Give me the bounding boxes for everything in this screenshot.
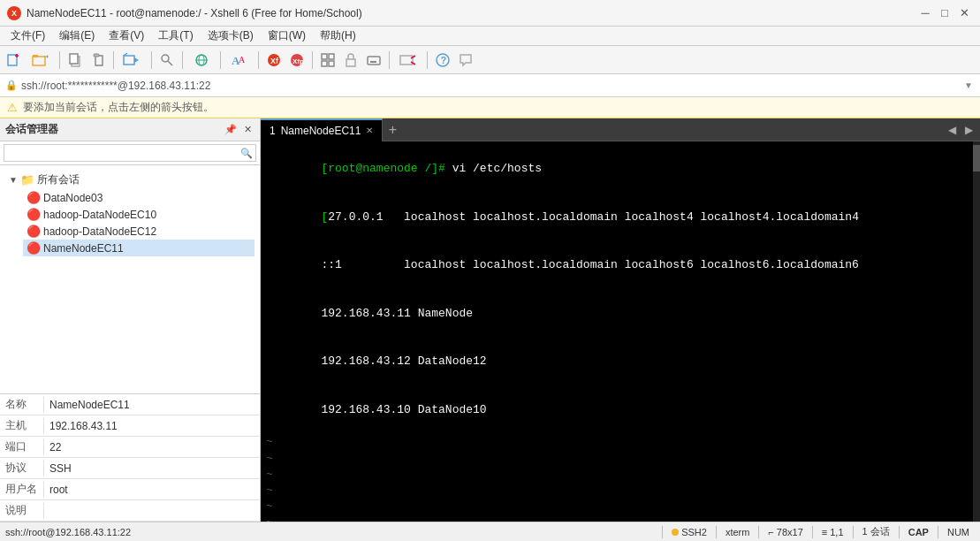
- tree-item-hadoopdn12[interactable]: 🔴 hadoop-DataNodeEC12: [23, 223, 254, 240]
- search-bar: 🔍: [0, 141, 260, 165]
- toolbar-sep-8: [389, 51, 390, 69]
- restore-button[interactable]: □: [936, 4, 953, 22]
- menu-window[interactable]: 窗口(W): [261, 27, 313, 45]
- address-dropdown[interactable]: ▼: [962, 79, 975, 92]
- term-line-5: 192.168.43.10 DataNode10: [266, 386, 975, 435]
- status-sep-7: [938, 526, 938, 538]
- tab-nav-prev[interactable]: ◀: [945, 122, 960, 138]
- window-title: NameNodeEC11 - root@namenode:/ - Xshell …: [27, 7, 362, 19]
- status-sep-2: [716, 526, 717, 538]
- tab-namenodeec11[interactable]: 1 NameNodeEC11 ✕: [261, 118, 383, 141]
- term-tilde-3: ~: [266, 467, 975, 483]
- term-line-1: [27.0.0.1 localhost localhost.localdomai…: [266, 194, 975, 242]
- network-button[interactable]: [187, 50, 216, 71]
- sidebar-pin-icon[interactable]: 📌: [224, 123, 238, 137]
- paste-button[interactable]: [87, 50, 109, 71]
- menu-bar: 文件(F) 编辑(E) 查看(V) 工具(T) 选项卡(B) 窗口(W) 帮助(…: [0, 27, 980, 46]
- window-controls: ─ □ ✕: [916, 4, 973, 22]
- svg-line-15: [168, 61, 172, 65]
- prop-key-protocol: 协议: [0, 461, 44, 476]
- sidebar: 会话管理器 📌 ✕ 🔍 ▼ 📁 所有会话 🔴: [0, 118, 261, 522]
- sidebar-close-icon[interactable]: ✕: [240, 123, 254, 137]
- script-button[interactable]: [394, 50, 422, 71]
- prop-key-port: 端口: [0, 439, 44, 454]
- prop-val-name: NameNodeEC11: [44, 399, 260, 411]
- terminal[interactable]: [root@namenode /]# vi /etc/hosts [27.0.0…: [261, 141, 980, 522]
- svg-rect-4: [33, 55, 38, 57]
- tab-nav-next[interactable]: ▶: [961, 122, 976, 138]
- svg-rect-25: [322, 54, 327, 59]
- expand-button[interactable]: [317, 50, 338, 71]
- sidebar-title: 会话管理器: [5, 122, 58, 137]
- toolbar-sep-4: [182, 51, 183, 69]
- prop-val-host: 192.168.43.11: [44, 420, 260, 432]
- menu-edit[interactable]: 编辑(E): [52, 27, 102, 45]
- status-size: ⌐ 78x17: [763, 527, 808, 537]
- tree-item-datanode03[interactable]: 🔴 DataNode03: [23, 189, 254, 206]
- open-button[interactable]: [27, 50, 55, 71]
- menu-tabs[interactable]: 选项卡(B): [201, 27, 261, 45]
- lock-button[interactable]: [340, 50, 361, 71]
- minimize-button[interactable]: ─: [916, 4, 934, 22]
- term-tilde-5: ~: [266, 499, 975, 514]
- svg-rect-26: [329, 54, 334, 59]
- status-sessions: 1 会话: [857, 525, 895, 538]
- svg-marker-12: [134, 57, 139, 63]
- tab-add-button[interactable]: +: [383, 120, 402, 140]
- terminal-scrollbar[interactable]: [973, 141, 980, 522]
- tab-bar: 1 NameNodeEC11 ✕ + ◀ ▶: [261, 118, 980, 141]
- tree-root-item[interactable]: ▼ 📁 所有会话: [5, 171, 254, 189]
- address-text: ssh://root:************@192.168.43.11:22: [21, 80, 959, 92]
- keyboard-button[interactable]: [363, 50, 384, 71]
- new-session-button[interactable]: [4, 50, 25, 71]
- tab-number: 1: [270, 125, 276, 137]
- session-icon-3: 🔴: [27, 225, 41, 238]
- chat-button[interactable]: [455, 50, 476, 71]
- tree-item-namenodeec11[interactable]: 🔴 NameNodeEC11: [23, 240, 254, 256]
- reconnect-button[interactable]: [118, 50, 147, 71]
- prop-val-user: root: [44, 484, 260, 496]
- app-icon: X: [7, 6, 21, 20]
- status-sep-4: [812, 526, 813, 538]
- tree-area: ▼ 📁 所有会话 🔴 DataNode03 🔴 hadoop-DataNodeE…: [0, 165, 260, 393]
- ssh2-dot: [672, 529, 679, 536]
- find-button[interactable]: [156, 50, 178, 71]
- address-bar: 🔒 ssh://root:************@192.168.43.11:…: [0, 74, 980, 97]
- address-lock-icon: 🔒: [5, 80, 18, 91]
- svg-rect-8: [70, 54, 78, 64]
- tree-root: ▼ 📁 所有会话 🔴 DataNode03 🔴 hadoop-DataNodeE…: [0, 169, 260, 258]
- session-icon-2: 🔴: [27, 208, 41, 221]
- menu-view[interactable]: 查看(V): [102, 27, 151, 45]
- xftp-button[interactable]: Xf: [263, 50, 285, 71]
- xftp2-button[interactable]: Xfp: [286, 50, 308, 71]
- title-bar-left: X NameNodeEC11 - root@namenode:/ - Xshel…: [7, 6, 362, 20]
- help-button[interactable]: ?: [432, 50, 453, 71]
- copy-button[interactable]: [65, 50, 86, 71]
- menu-help[interactable]: 帮助(H): [313, 27, 363, 45]
- close-button[interactable]: ✕: [955, 4, 973, 22]
- prop-row-user: 用户名 root: [0, 479, 260, 500]
- session-label-1: DataNode03: [43, 192, 103, 204]
- search-input[interactable]: [4, 144, 256, 162]
- svg-rect-9: [95, 56, 103, 65]
- tree-children: 🔴 DataNode03 🔴 hadoop-DataNodeEC10 🔴 had…: [5, 189, 254, 256]
- hint-icon: ⚠: [7, 101, 18, 114]
- session-icon-1: 🔴: [27, 191, 41, 204]
- title-bar: X NameNodeEC11 - root@namenode:/ - Xshel…: [0, 0, 980, 27]
- svg-rect-29: [346, 59, 355, 66]
- svg-rect-10: [94, 54, 99, 57]
- prop-key-host: 主机: [0, 418, 44, 433]
- status-sep-6: [899, 526, 900, 538]
- status-sep-5: [853, 526, 854, 538]
- svg-text:Xfp: Xfp: [292, 57, 304, 65]
- pos-icon: ≡: [822, 527, 827, 537]
- prop-row-name: 名称 NameNodeEC11: [0, 394, 260, 415]
- term-tilde-2: ~: [266, 451, 975, 467]
- term-tilde-6: ~: [266, 514, 975, 522]
- menu-file[interactable]: 文件(F): [4, 27, 52, 45]
- tab-close-button[interactable]: ✕: [366, 126, 373, 135]
- tree-item-hadoopdn10[interactable]: 🔴 hadoop-DataNodeEC10: [23, 206, 254, 223]
- menu-tools[interactable]: 工具(T): [151, 27, 200, 45]
- font-button[interactable]: AA: [225, 50, 254, 71]
- sidebar-header: 会话管理器 📌 ✕: [0, 118, 260, 141]
